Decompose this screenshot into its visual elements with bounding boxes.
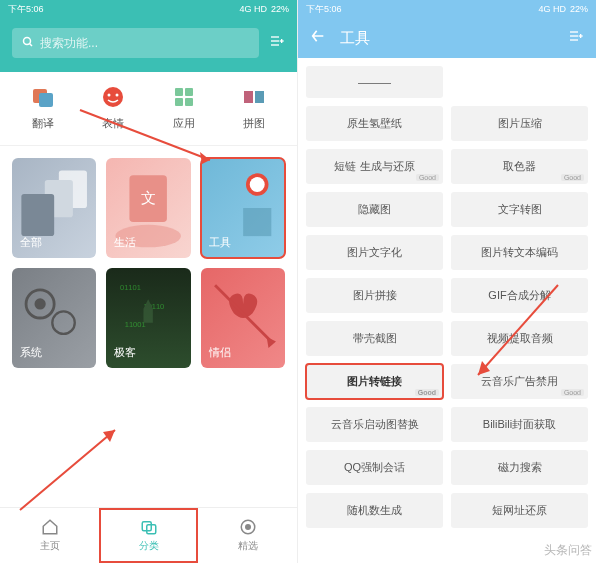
svg-rect-8	[39, 93, 53, 107]
tool-chip[interactable]: 图片压缩	[451, 106, 588, 141]
tool-chip[interactable]: 原生氢壁纸	[306, 106, 443, 141]
good-tag: Good	[561, 174, 584, 181]
svg-text:11001: 11001	[125, 320, 146, 329]
header: 工具	[298, 18, 596, 58]
card-label: 情侣	[209, 345, 231, 360]
svg-rect-26	[243, 208, 271, 236]
svg-rect-16	[244, 91, 253, 103]
category-label: 翻译	[32, 116, 54, 131]
apps-icon	[171, 84, 197, 110]
svg-text:文: 文	[141, 189, 156, 206]
bottom-nav: 主页 分类 精选	[0, 507, 297, 563]
status-signal: 4G HD	[239, 4, 267, 14]
svg-line-1	[30, 43, 33, 46]
add-icon[interactable]	[269, 33, 285, 53]
tool-chip[interactable]: 带壳截图	[306, 321, 443, 356]
tool-chip[interactable]: 取色器Good	[451, 149, 588, 184]
svg-text:01101: 01101	[120, 283, 141, 292]
status-bar: 下午5:06 4G HD 22%	[0, 0, 297, 18]
tool-chip[interactable]: 隐藏图	[306, 192, 443, 227]
card-all[interactable]: 全部	[12, 158, 96, 258]
svg-point-11	[116, 94, 119, 97]
tool-chip[interactable]: 短链 生成与还原Good	[306, 149, 443, 184]
svg-line-33	[215, 285, 271, 341]
category-apps[interactable]: 应用	[171, 84, 197, 131]
card-label: 系统	[20, 345, 42, 360]
svg-point-10	[108, 94, 111, 97]
tool-chip[interactable]: 文字转图	[451, 192, 588, 227]
annotation-arrow	[10, 420, 130, 520]
watermark: 头条问答	[544, 542, 592, 559]
svg-line-39	[20, 430, 115, 510]
back-icon[interactable]	[310, 28, 326, 48]
puzzle-icon	[241, 84, 267, 110]
category-emoji[interactable]: 表情	[100, 84, 126, 131]
tool-chip[interactable]: 云音乐广告禁用Good	[451, 364, 588, 399]
nav-label: 主页	[40, 539, 60, 553]
nav-category[interactable]: 分类	[99, 508, 198, 563]
nav-home[interactable]: 主页	[0, 508, 99, 563]
svg-rect-12	[175, 88, 183, 96]
svg-rect-14	[175, 98, 183, 106]
card-grid: 全部 文 生活 工具 系统 011011011011001 极客 情侣	[0, 146, 297, 380]
svg-point-0	[24, 37, 31, 44]
category-translate[interactable]: 翻译	[30, 84, 56, 131]
svg-point-9	[103, 87, 123, 107]
nav-featured[interactable]: 精选	[198, 508, 297, 563]
tool-chip[interactable]: 随机数生成	[306, 493, 443, 528]
menu-add-icon[interactable]	[568, 28, 584, 48]
tool-chip[interactable]: 磁力搜索	[451, 450, 588, 485]
category-label: 表情	[102, 116, 124, 131]
good-tag: Good	[561, 389, 584, 396]
category-row: 翻译 表情 应用 拼图	[0, 72, 297, 146]
tool-list: ———原生氢壁纸图片压缩短链 生成与还原Good取色器Good隐藏图文字转图图片…	[298, 58, 596, 563]
tool-chip[interactable]: 视频提取音频	[451, 321, 588, 356]
svg-rect-15	[185, 98, 193, 106]
tool-chip[interactable]: GIF合成分解	[451, 278, 588, 313]
nav-label: 分类	[139, 539, 159, 553]
status-time: 下午5:06	[8, 3, 44, 16]
status-signal: 4G HD	[538, 4, 566, 14]
phone-right: 下午5:06 4G HD 22% 工具 ———原生氢壁纸图片压缩短链 生成与还原…	[298, 0, 596, 563]
card-label: 工具	[209, 235, 231, 250]
status-battery: 22%	[570, 4, 588, 14]
svg-point-37	[245, 525, 250, 530]
tool-chip[interactable]: 图片转链接Good	[306, 364, 443, 399]
search-input[interactable]: 搜索功能...	[12, 28, 259, 58]
tool-chip[interactable]: BiliBili封面获取	[451, 407, 588, 442]
card-system[interactable]: 系统	[12, 268, 96, 368]
good-tag: Good	[416, 174, 439, 181]
good-tag: Good	[415, 389, 439, 396]
search-icon	[22, 36, 34, 51]
translate-icon	[30, 84, 56, 110]
tool-chip[interactable]: 图片拼接	[306, 278, 443, 313]
card-label: 生活	[114, 235, 136, 250]
card-geek[interactable]: 011011011011001 极客	[106, 268, 190, 368]
card-couple[interactable]: 情侣	[201, 268, 285, 368]
tool-chip[interactable]: QQ强制会话	[306, 450, 443, 485]
svg-rect-20	[21, 194, 54, 236]
card-label: 极客	[114, 345, 136, 360]
nav-label: 精选	[238, 539, 258, 553]
card-label: 全部	[20, 235, 42, 250]
card-life[interactable]: 文 生活	[106, 158, 190, 258]
svg-point-29	[52, 311, 74, 333]
card-tools[interactable]: 工具	[201, 158, 285, 258]
tool-chip[interactable]: 云音乐启动图替换	[306, 407, 443, 442]
status-battery: 22%	[271, 4, 289, 14]
tool-chip[interactable]: 图片文字化	[306, 235, 443, 270]
emoji-icon	[100, 84, 126, 110]
category-label: 应用	[173, 116, 195, 131]
category-label: 拼图	[243, 116, 265, 131]
svg-point-25	[249, 177, 264, 192]
tool-chip[interactable]: 短网址还原	[451, 493, 588, 528]
svg-point-28	[34, 298, 45, 309]
status-time: 下午5:06	[306, 3, 342, 16]
svg-rect-13	[185, 88, 193, 96]
category-puzzle[interactable]: 拼图	[241, 84, 267, 131]
phone-left: 下午5:06 4G HD 22% 搜索功能... 翻译 表情	[0, 0, 298, 563]
tool-chip[interactable]: ———	[306, 66, 443, 98]
status-bar: 下午5:06 4G HD 22%	[298, 0, 596, 18]
page-title: 工具	[340, 29, 554, 48]
tool-chip[interactable]: 图片转文本编码	[451, 235, 588, 270]
